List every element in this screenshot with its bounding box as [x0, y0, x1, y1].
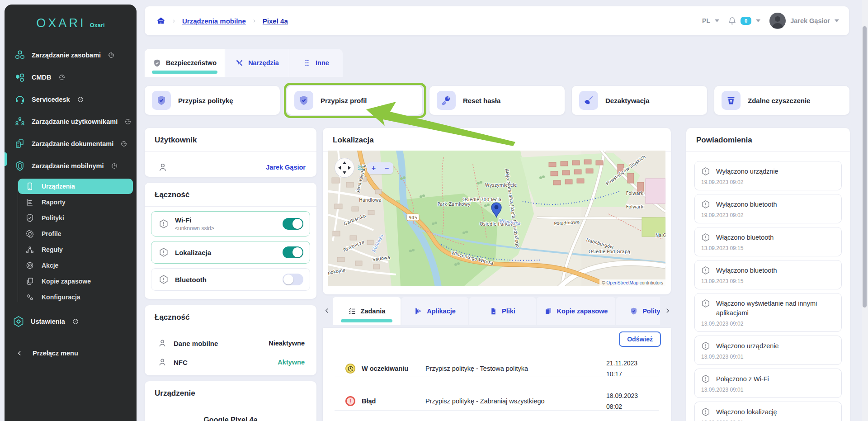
notification-item[interactable]: Wyłączono bluetooth 13.09.2023 09:15 — [694, 260, 842, 289]
sidebar-item-asset-management[interactable]: Zarządzanie zasobami — [5, 44, 137, 66]
bluetooth-row[interactable]: Bluetooth — [151, 268, 310, 291]
hexagon-alert-icon — [701, 167, 710, 176]
wifi-row[interactable]: Wi-Fi <unknown ssid> — [151, 211, 310, 237]
sidebar-subitem-rules[interactable]: Reguły — [5, 241, 137, 257]
notifications-menu[interactable]: 0 — [727, 16, 751, 26]
active-tab-underline — [152, 71, 217, 74]
chevron-down-icon[interactable] — [756, 19, 760, 22]
chevron-right-icon — [252, 19, 256, 23]
pending-clock-icon — [345, 364, 355, 374]
notification-item[interactable]: Wyłączono urządznie 19.09.2023 09:02 — [694, 161, 842, 190]
map-layers-button[interactable] — [357, 164, 364, 173]
notification-item[interactable]: Wyłączono bluetooth 19.09.2023 09:02 — [694, 194, 842, 223]
card-title: Łączność — [145, 305, 316, 329]
shield-check-icon — [630, 307, 638, 315]
tab-label: Narzędzia — [248, 59, 279, 66]
connectivity-status-card: Łączność Dane mobilne Nieaktywne NFC Akt… — [145, 305, 316, 375]
map[interactable]: 945 Wyszymieście Park Zamkowy Osiedle 70… — [328, 151, 665, 286]
refresh-button[interactable]: Odśwież — [619, 331, 661, 347]
chevron-down-icon[interactable] — [835, 19, 839, 22]
tab-label: Zadania — [361, 307, 386, 315]
sidebar-item-mobile-management[interactable]: Zarządzanie mobilnymi — [5, 155, 137, 177]
sidebar-subitem-policies[interactable]: Polityki — [5, 210, 137, 226]
task-row[interactable]: ✓ Wykonano Nowa polityka - Zabraniaj wsz… — [335, 418, 659, 421]
breadcrumb-current[interactable]: Pixel 4a — [263, 17, 288, 25]
notification-item[interactable]: Włączono urządzenie 13.09.2023 09:01 — [694, 336, 842, 365]
row-divider — [335, 377, 659, 377]
tab-tools[interactable]: Narzędzia — [225, 49, 289, 77]
brand-logo[interactable]: OXARI Oxari — [5, 5, 137, 30]
notification-item[interactable]: Połączono z Wi-Fi 13.09.2023 09:01 — [694, 369, 842, 398]
tab-tasks[interactable]: Zadania — [333, 297, 401, 325]
sidebar-item-document-management[interactable]: Zarządzanie dokumentami — [5, 132, 137, 155]
wifi-toggle[interactable] — [283, 218, 303, 230]
task-row[interactable]: ! Błąd Przypisz politykę - Zabraniaj wsz… — [335, 385, 659, 417]
notification-item[interactable]: Włączono wyświetlanie nad innymi aplikac… — [694, 293, 842, 332]
breadcrumb-parent-link[interactable]: Urządzenia mobilne — [182, 17, 246, 25]
task-description: Przypisz politykę - Testowa polityka — [425, 365, 528, 372]
map-pan-control[interactable] — [335, 158, 354, 178]
location-toggle[interactable] — [283, 246, 303, 258]
hexagon-alert-icon — [701, 407, 710, 416]
mobile-data-status: Nieaktywne — [269, 340, 305, 347]
user-name-link[interactable]: Jarek Gąsior — [266, 164, 306, 171]
chevron-down-icon[interactable] — [715, 19, 719, 22]
bluetooth-toggle[interactable] — [283, 274, 303, 285]
tabs-scroll-right-icon[interactable] — [665, 307, 671, 314]
page-scrollbar-thumb[interactable] — [863, 26, 867, 307]
card-title: Użytkownik — [145, 128, 316, 152]
assign-profile-button[interactable]: Przypisz profil — [287, 86, 422, 115]
tasks-panel: Odśwież W oczekiwaniu Przypisz politykę … — [323, 328, 671, 421]
zoom-out-button[interactable]: − — [380, 162, 393, 174]
tab-policies[interactable]: Polityki — [616, 297, 660, 325]
sidebar-subitem-devices[interactable]: Urządzenia — [18, 179, 133, 194]
notification-title: Wyłączono urządznie — [716, 167, 778, 176]
brand-wordmark: OXARI — [36, 16, 85, 30]
map-label: Park Zamkowy — [437, 202, 470, 207]
action-label: Zdalne czyszczenie — [748, 97, 810, 104]
sidebar-subitem-reports[interactable]: Raporty — [5, 194, 137, 210]
notification-item[interactable]: Włączono bluetooth 13.09.2023 09:15 — [694, 227, 842, 256]
sidebar-item-cmdb[interactable]: CMDB — [5, 66, 137, 88]
cmdb-icon — [14, 72, 25, 83]
map-label: Handlowa — [359, 198, 382, 203]
sidebar-item-user-management[interactable]: Zarządzanie użytkownikami — [5, 110, 137, 132]
sidebar-subitem-profiles[interactable]: Profile — [5, 226, 137, 241]
tab-other[interactable]: Inne — [289, 49, 343, 77]
error-icon: ! — [345, 396, 355, 406]
osm-link[interactable]: OpenStreetMap — [606, 280, 638, 285]
tab-label: Bezpieczeństwo — [166, 59, 217, 66]
task-row[interactable]: W oczekiwaniu Przypisz politykę - Testow… — [335, 352, 659, 385]
sidebar-item-settings[interactable]: Ustawienia — [5, 310, 137, 333]
sidebar-subitem-configuration[interactable]: Konfiguracja — [5, 289, 137, 305]
home-icon[interactable] — [156, 16, 165, 25]
tab-files[interactable]: Pliki — [469, 297, 536, 325]
wifi-label: Wi-Fi — [175, 216, 214, 224]
sidebar-subitem-backups[interactable]: Kopie zapasowe — [5, 273, 137, 289]
task-datetime: 18.09.2023 08:02 — [606, 390, 659, 412]
sidebar-collapse-toggle[interactable]: Przełącz menu — [5, 343, 137, 364]
task-status: Błąd — [362, 397, 376, 405]
remote-wipe-button[interactable]: Zdalne czyszczenie — [714, 86, 849, 115]
tab-backups[interactable]: Kopie zapasowe — [537, 297, 615, 325]
tab-security[interactable]: Bezpieczeństwo — [145, 49, 225, 77]
avatar[interactable] — [769, 13, 786, 29]
reset-password-button[interactable]: Reset hasła — [429, 86, 565, 115]
tabs-scroll-left-icon[interactable] — [324, 307, 330, 314]
sidebar-item-servicedesk[interactable]: Servicedesk — [5, 88, 137, 110]
deactivate-button[interactable]: Dezaktywacja — [572, 86, 707, 115]
assign-policy-button[interactable]: Przypisz politykę — [145, 86, 280, 115]
notification-date: 13.09.2023 09:01 — [701, 387, 835, 393]
nfc-status: Aktywne — [278, 359, 305, 366]
language-selector[interactable]: PL — [702, 17, 710, 24]
zoom-in-button[interactable]: + — [367, 162, 380, 174]
notification-title: Włączono wyświetlanie nad innymi aplikac… — [716, 299, 835, 318]
sidebar-subitem-actions[interactable]: Akcje — [5, 257, 137, 273]
person-icon — [157, 338, 167, 348]
documents-icon — [14, 138, 25, 149]
location-row[interactable]: Lokalizacja — [151, 241, 310, 264]
notification-item[interactable]: Włączono lokalizację 13.09.2023 09:01 — [694, 402, 842, 421]
gears-icon — [25, 293, 34, 302]
tab-apps[interactable]: Aplikacje — [401, 297, 468, 325]
user-menu[interactable]: Jarek Gąsior — [790, 17, 830, 24]
